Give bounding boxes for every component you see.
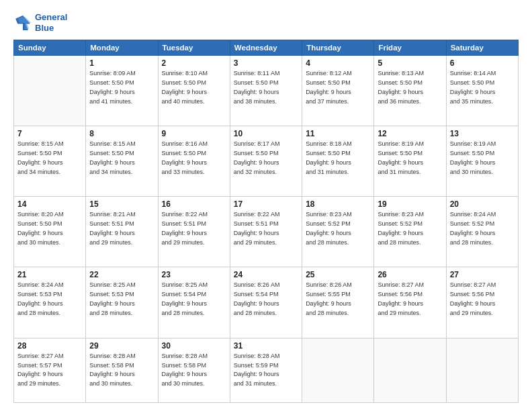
calendar-cell: 28Sunrise: 8:27 AM Sunset: 5:57 PM Dayli…: [14, 338, 86, 402]
calendar-cell: 29Sunrise: 8:28 AM Sunset: 5:58 PM Dayli…: [86, 338, 158, 402]
day-info: Sunrise: 8:21 AM Sunset: 5:51 PM Dayligh…: [89, 210, 154, 248]
calendar-cell: 1Sunrise: 8:09 AM Sunset: 5:50 PM Daylig…: [86, 56, 158, 126]
calendar-cell: 19Sunrise: 8:23 AM Sunset: 5:52 PM Dayli…: [374, 197, 446, 267]
day-number: 2: [162, 58, 226, 68]
day-number: 11: [306, 129, 370, 138]
day-number: 25: [306, 270, 370, 279]
day-info: Sunrise: 8:12 AM Sunset: 5:50 PM Dayligh…: [306, 69, 370, 107]
week-row-5: 28Sunrise: 8:27 AM Sunset: 5:57 PM Dayli…: [14, 338, 519, 402]
calendar-cell: 14Sunrise: 8:20 AM Sunset: 5:50 PM Dayli…: [14, 197, 86, 267]
day-number: 10: [234, 129, 298, 138]
day-info: Sunrise: 8:25 AM Sunset: 5:53 PM Dayligh…: [89, 281, 154, 318]
day-info: Sunrise: 8:22 AM Sunset: 5:51 PM Dayligh…: [162, 210, 226, 248]
day-info: Sunrise: 8:26 AM Sunset: 5:55 PM Dayligh…: [306, 281, 370, 318]
page: General Blue SundayMondayTuesdayWednesda…: [0, 0, 532, 411]
calendar-cell: 8Sunrise: 8:15 AM Sunset: 5:50 PM Daylig…: [86, 126, 158, 197]
calendar-cell: 30Sunrise: 8:28 AM Sunset: 5:58 PM Dayli…: [158, 338, 230, 402]
day-info: Sunrise: 8:11 AM Sunset: 5:50 PM Dayligh…: [234, 69, 298, 107]
day-info: Sunrise: 8:15 AM Sunset: 5:50 PM Dayligh…: [17, 140, 82, 177]
day-info: Sunrise: 8:20 AM Sunset: 5:50 PM Dayligh…: [17, 210, 82, 248]
day-info: Sunrise: 8:22 AM Sunset: 5:51 PM Dayligh…: [234, 210, 298, 248]
weekday-header-row: SundayMondayTuesdayWednesdayThursdayFrid…: [14, 40, 519, 56]
day-number: 29: [89, 341, 154, 351]
weekday-header-thursday: Thursday: [302, 40, 374, 56]
day-number: 3: [234, 58, 298, 68]
week-row-2: 7Sunrise: 8:15 AM Sunset: 5:50 PM Daylig…: [14, 126, 519, 197]
day-info: Sunrise: 8:25 AM Sunset: 5:54 PM Dayligh…: [162, 281, 226, 318]
calendar-cell: [374, 338, 446, 402]
day-number: 30: [162, 341, 226, 351]
day-number: 14: [17, 199, 82, 209]
day-number: 5: [378, 58, 442, 68]
calendar-cell: [446, 338, 518, 402]
day-number: 19: [378, 199, 442, 209]
logo: General Blue: [13, 12, 67, 33]
calendar-cell: 15Sunrise: 8:21 AM Sunset: 5:51 PM Dayli…: [86, 197, 158, 267]
calendar-cell: 26Sunrise: 8:27 AM Sunset: 5:56 PM Dayli…: [374, 267, 446, 338]
day-info: Sunrise: 8:28 AM Sunset: 5:59 PM Dayligh…: [234, 352, 298, 390]
calendar-cell: 17Sunrise: 8:22 AM Sunset: 5:51 PM Dayli…: [230, 197, 302, 267]
day-info: Sunrise: 8:28 AM Sunset: 5:58 PM Dayligh…: [162, 352, 226, 390]
calendar-cell: [14, 56, 86, 126]
calendar-cell: 16Sunrise: 8:22 AM Sunset: 5:51 PM Dayli…: [158, 197, 230, 267]
day-info: Sunrise: 8:13 AM Sunset: 5:50 PM Dayligh…: [378, 69, 442, 107]
day-info: Sunrise: 8:18 AM Sunset: 5:50 PM Dayligh…: [306, 140, 370, 177]
day-info: Sunrise: 8:23 AM Sunset: 5:52 PM Dayligh…: [306, 210, 370, 248]
day-number: 24: [234, 270, 298, 279]
calendar-cell: 7Sunrise: 8:15 AM Sunset: 5:50 PM Daylig…: [14, 126, 86, 197]
calendar-cell: 9Sunrise: 8:16 AM Sunset: 5:50 PM Daylig…: [158, 126, 230, 197]
day-info: Sunrise: 8:16 AM Sunset: 5:50 PM Dayligh…: [162, 140, 226, 177]
day-info: Sunrise: 8:24 AM Sunset: 5:52 PM Dayligh…: [450, 210, 515, 248]
weekday-header-sunday: Sunday: [14, 40, 86, 56]
calendar-cell: 24Sunrise: 8:26 AM Sunset: 5:54 PM Dayli…: [230, 267, 302, 338]
calendar-cell: 22Sunrise: 8:25 AM Sunset: 5:53 PM Dayli…: [86, 267, 158, 338]
day-number: 8: [89, 129, 154, 138]
week-row-1: 1Sunrise: 8:09 AM Sunset: 5:50 PM Daylig…: [14, 56, 519, 126]
logo-icon: [13, 13, 32, 32]
day-number: 20: [450, 199, 515, 209]
day-info: Sunrise: 8:26 AM Sunset: 5:54 PM Dayligh…: [234, 281, 298, 318]
day-number: 16: [162, 199, 226, 209]
day-number: 15: [89, 199, 154, 209]
day-info: Sunrise: 8:10 AM Sunset: 5:50 PM Dayligh…: [162, 69, 226, 107]
day-info: Sunrise: 8:23 AM Sunset: 5:52 PM Dayligh…: [378, 210, 442, 248]
calendar-cell: 25Sunrise: 8:26 AM Sunset: 5:55 PM Dayli…: [302, 267, 374, 338]
day-number: 12: [378, 129, 442, 138]
calendar-cell: 31Sunrise: 8:28 AM Sunset: 5:59 PM Dayli…: [230, 338, 302, 402]
day-number: 31: [234, 341, 298, 351]
calendar-table: SundayMondayTuesdayWednesdayThursdayFrid…: [13, 40, 519, 403]
day-number: 27: [450, 270, 515, 279]
day-info: Sunrise: 8:14 AM Sunset: 5:50 PM Dayligh…: [450, 69, 515, 107]
calendar-cell: 21Sunrise: 8:24 AM Sunset: 5:53 PM Dayli…: [14, 267, 86, 338]
calendar-cell: [302, 338, 374, 402]
calendar-cell: 3Sunrise: 8:11 AM Sunset: 5:50 PM Daylig…: [230, 56, 302, 126]
weekday-header-monday: Monday: [86, 40, 158, 56]
day-info: Sunrise: 8:17 AM Sunset: 5:50 PM Dayligh…: [234, 140, 298, 177]
day-info: Sunrise: 8:27 AM Sunset: 5:56 PM Dayligh…: [378, 281, 442, 318]
calendar-cell: 11Sunrise: 8:18 AM Sunset: 5:50 PM Dayli…: [302, 126, 374, 197]
day-info: Sunrise: 8:27 AM Sunset: 5:57 PM Dayligh…: [17, 352, 82, 390]
header: General Blue: [13, 12, 519, 33]
day-info: Sunrise: 8:27 AM Sunset: 5:56 PM Dayligh…: [450, 281, 515, 318]
calendar-cell: 18Sunrise: 8:23 AM Sunset: 5:52 PM Dayli…: [302, 197, 374, 267]
day-info: Sunrise: 8:24 AM Sunset: 5:53 PM Dayligh…: [17, 281, 82, 318]
day-number: 6: [450, 58, 515, 68]
day-number: 26: [378, 270, 442, 279]
weekday-header-saturday: Saturday: [446, 40, 518, 56]
weekday-header-wednesday: Wednesday: [230, 40, 302, 56]
day-info: Sunrise: 8:09 AM Sunset: 5:50 PM Dayligh…: [89, 69, 154, 107]
day-info: Sunrise: 8:19 AM Sunset: 5:50 PM Dayligh…: [378, 140, 442, 177]
calendar-cell: 20Sunrise: 8:24 AM Sunset: 5:52 PM Dayli…: [446, 197, 518, 267]
logo-text: General Blue: [35, 12, 67, 33]
calendar-cell: 12Sunrise: 8:19 AM Sunset: 5:50 PM Dayli…: [374, 126, 446, 197]
day-info: Sunrise: 8:28 AM Sunset: 5:58 PM Dayligh…: [89, 352, 154, 390]
week-row-3: 14Sunrise: 8:20 AM Sunset: 5:50 PM Dayli…: [14, 197, 519, 267]
day-number: 18: [306, 199, 370, 209]
day-number: 1: [89, 58, 154, 68]
day-number: 28: [17, 341, 82, 351]
day-number: 13: [450, 129, 515, 138]
calendar-cell: 2Sunrise: 8:10 AM Sunset: 5:50 PM Daylig…: [158, 56, 230, 126]
calendar-cell: 13Sunrise: 8:19 AM Sunset: 5:50 PM Dayli…: [446, 126, 518, 197]
day-number: 7: [17, 129, 82, 138]
calendar-cell: 6Sunrise: 8:14 AM Sunset: 5:50 PM Daylig…: [446, 56, 518, 126]
